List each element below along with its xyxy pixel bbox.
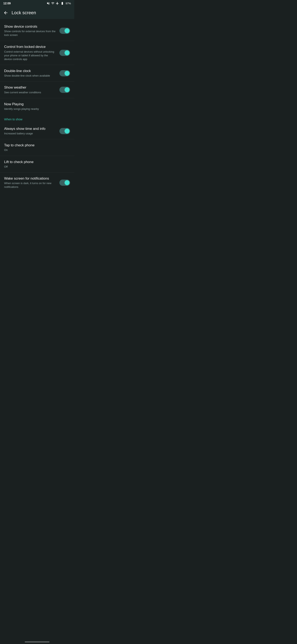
wifi-icon xyxy=(51,2,54,5)
setting-always-show-time[interactable]: Always show time and info Increased batt… xyxy=(0,123,74,139)
setting-title-always-show-time: Always show time and info xyxy=(4,126,56,131)
setting-desc-now-playing: Identify songs playing nearby xyxy=(4,107,67,111)
mute-icon xyxy=(47,2,50,5)
setting-tap-to-check[interactable]: Tap to check phone On xyxy=(0,139,74,156)
setting-show-device-controls[interactable]: Show device controls Show controls for e… xyxy=(0,21,74,41)
setting-desc-double-line-clock: Show double-line clock when available xyxy=(4,74,56,78)
toggle-always-show-time[interactable] xyxy=(59,128,70,134)
back-arrow-icon xyxy=(3,10,8,15)
back-button[interactable] xyxy=(3,10,8,15)
setting-desc-tap-to-check: On xyxy=(4,148,67,152)
toggle-show-device-controls[interactable] xyxy=(59,28,70,34)
section-when-to-show: When to show xyxy=(0,114,74,123)
battery-icon xyxy=(60,2,64,5)
airplane-icon xyxy=(56,2,59,5)
status-time: 12:09 xyxy=(3,2,11,5)
setting-wake-screen-notifications[interactable]: Wake screen for notifications When scree… xyxy=(0,172,74,192)
setting-show-weather[interactable]: Show weather See current weather conditi… xyxy=(0,82,74,98)
status-bar: 12:09 97% xyxy=(0,0,74,6)
setting-title-tap-to-check: Tap to check phone xyxy=(4,143,67,148)
setting-title-now-playing: Now Playing xyxy=(4,102,67,106)
toggle-knob-wake-screen-notifications xyxy=(64,180,69,185)
setting-title-control-from-locked: Control from locked device xyxy=(4,44,56,49)
section-header-label: When to show xyxy=(4,118,22,121)
setting-control-from-locked[interactable]: Control from locked device Control exter… xyxy=(0,41,74,65)
toggle-knob-double-line-clock xyxy=(64,71,69,76)
setting-desc-show-weather: See current weather conditions xyxy=(4,90,56,94)
setting-desc-control-from-locked: Control external devices without unlocki… xyxy=(4,50,56,61)
setting-now-playing[interactable]: Now Playing Identify songs playing nearb… xyxy=(0,98,74,114)
toggle-wake-screen-notifications[interactable] xyxy=(59,180,70,186)
toggle-knob-show-weather xyxy=(64,87,69,92)
setting-desc-lift-to-check: Off xyxy=(4,165,67,169)
status-icons: 97% xyxy=(47,2,71,5)
toggle-double-line-clock[interactable] xyxy=(59,70,70,76)
toggle-knob-always-show-time xyxy=(64,128,69,134)
setting-title-wake-screen-notifications: Wake screen for notifications xyxy=(4,176,56,181)
toggle-control-from-locked[interactable] xyxy=(59,50,70,56)
header: Lock screen xyxy=(0,6,74,19)
battery-percentage: 97% xyxy=(66,2,71,5)
toggle-knob-control-from-locked xyxy=(64,50,69,55)
page-title: Lock screen xyxy=(11,10,36,16)
setting-desc-show-device-controls: Show controls for external devices from … xyxy=(4,30,56,37)
settings-list: Show device controls Show controls for e… xyxy=(0,19,74,194)
setting-title-lift-to-check: Lift to check phone xyxy=(4,160,67,164)
setting-title-show-weather: Show weather xyxy=(4,85,56,90)
setting-title-double-line-clock: Double-line clock xyxy=(4,69,56,73)
setting-desc-always-show-time: Increased battery usage xyxy=(4,132,56,136)
main-content: Show device controls Show controls for e… xyxy=(0,19,74,201)
setting-lift-to-check[interactable]: Lift to check phone Off xyxy=(0,156,74,172)
toggle-knob-show-device-controls xyxy=(64,28,69,33)
setting-title-show-device-controls: Show device controls xyxy=(4,24,56,29)
setting-desc-wake-screen-notifications: When screen is dark, it turns on for new… xyxy=(4,182,56,189)
setting-double-line-clock[interactable]: Double-line clock Show double-line clock… xyxy=(0,65,74,81)
toggle-show-weather[interactable] xyxy=(59,87,70,93)
